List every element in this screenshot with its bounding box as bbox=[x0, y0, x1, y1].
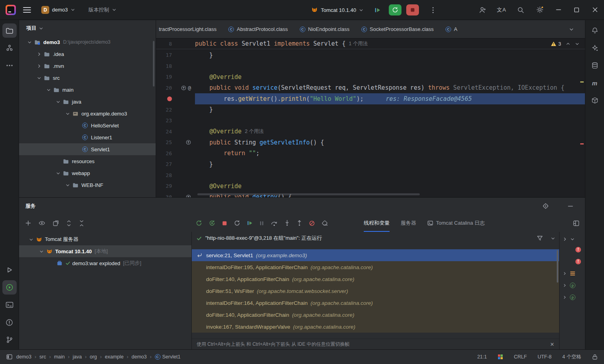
rerun-icon[interactable] bbox=[196, 220, 202, 226]
tree-chevron-icon[interactable] bbox=[25, 40, 33, 44]
settings-gear-icon[interactable] bbox=[530, 0, 549, 20]
line-number[interactable]: 26 bbox=[156, 150, 172, 156]
line-number[interactable]: 24 bbox=[156, 129, 172, 135]
search-icon[interactable] bbox=[511, 0, 530, 20]
gutter[interactable] bbox=[172, 140, 195, 145]
breadcrumb-item[interactable]: main bbox=[54, 354, 65, 360]
translate-icon[interactable]: 文A bbox=[492, 0, 511, 20]
breadcrumb-item[interactable]: org bbox=[90, 354, 97, 360]
code-text[interactable]: } bbox=[195, 159, 585, 170]
window-layout-icon[interactable] bbox=[6, 354, 12, 360]
line-number[interactable] bbox=[156, 96, 172, 101]
project-tree-item-resources[interactable]: resources bbox=[19, 155, 156, 167]
stop-icon[interactable] bbox=[222, 221, 227, 226]
mute-breakpoints-icon[interactable] bbox=[309, 220, 315, 226]
line-number[interactable]: 20 bbox=[156, 85, 172, 91]
project-scrollbar[interactable] bbox=[153, 41, 154, 87]
rerun-debug-icon[interactable] bbox=[209, 220, 215, 226]
tree-chevron-icon[interactable] bbox=[64, 112, 71, 116]
problems-toolwindow-button[interactable] bbox=[2, 315, 17, 329]
line-separator-widget[interactable]: CRLF bbox=[514, 354, 527, 360]
code-text[interactable]: public String getServletInfo() { bbox=[195, 137, 585, 148]
stack-frame[interactable]: doFilter:140, ApplicationFilterChain(org… bbox=[192, 273, 559, 285]
clear-icon[interactable] bbox=[322, 220, 328, 226]
step-out-icon[interactable] bbox=[297, 220, 302, 226]
stack-frame[interactable]: internalDoFilter:164, ApplicationFilterC… bbox=[192, 297, 559, 309]
frames-scrollbar[interactable] bbox=[557, 250, 558, 283]
rerun-button[interactable] bbox=[389, 4, 401, 15]
gutter[interactable]: @ bbox=[172, 85, 195, 91]
project-tree-item-demo3[interactable]: demo3D:\javaprojects\demo3 bbox=[19, 36, 156, 48]
error-stripe-mark[interactable] bbox=[580, 143, 584, 144]
resume-icon[interactable] bbox=[247, 220, 253, 226]
collapsed-node[interactable]: p bbox=[560, 291, 585, 303]
gutter[interactable] bbox=[172, 195, 195, 197]
breadcrumb-item[interactable]: demo3 bbox=[16, 354, 31, 360]
vcs-widget[interactable]: 版本控制 bbox=[85, 4, 120, 15]
resume-program-button[interactable] bbox=[371, 4, 384, 15]
stack-frame[interactable]: invoke:167, StandardWrapperValve(org.apa… bbox=[192, 321, 559, 333]
expand-all-icon[interactable] bbox=[66, 220, 71, 226]
breadcrumb-item[interactable]: src bbox=[39, 354, 46, 360]
hide-panel-icon[interactable] bbox=[568, 206, 573, 207]
debug-tab-服务器[interactable]: 服务器 bbox=[401, 214, 416, 232]
line-number[interactable]: 29 bbox=[156, 183, 172, 189]
project-tree-item-webapp[interactable]: webapp bbox=[19, 167, 156, 179]
encoding-widget[interactable]: UTF-8 bbox=[538, 354, 552, 360]
service-tree-item[interactable]: Tomcat 10.1.40[本地] bbox=[19, 245, 191, 257]
stack-frame[interactable]: service:21, Servlet1(org.example.demo3) bbox=[192, 249, 559, 261]
maven-icon[interactable]: m bbox=[588, 76, 602, 90]
color-grid-icon[interactable] bbox=[498, 354, 503, 360]
code-text[interactable]: @Override bbox=[195, 71, 585, 83]
breadcrumb-item[interactable]: demo3 bbox=[131, 354, 147, 360]
project-widget[interactable]: D demo3 bbox=[38, 4, 78, 16]
collapse-all-icon[interactable] bbox=[79, 220, 84, 226]
navigate-to-source-icon[interactable] bbox=[542, 203, 549, 209]
project-tree-item-main[interactable]: main bbox=[19, 84, 156, 96]
caret-position[interactable]: 21:1 bbox=[477, 354, 487, 360]
code-editor[interactable]: 8 public class Servlet1 implements Servl… bbox=[156, 39, 585, 197]
line-number[interactable]: 28 bbox=[156, 172, 172, 178]
tree-chevron-icon[interactable] bbox=[44, 88, 52, 92]
line-number[interactable]: 23 bbox=[156, 117, 172, 123]
git-toolwindow-button[interactable] bbox=[2, 333, 17, 347]
stop-button[interactable] bbox=[406, 4, 419, 15]
database-icon[interactable] bbox=[588, 58, 602, 73]
expand-column-icon[interactable] bbox=[563, 237, 567, 241]
refresh-icon[interactable] bbox=[234, 220, 240, 226]
code-text[interactable]: public void service(ServletRequest req, … bbox=[195, 83, 585, 94]
code-text[interactable] bbox=[195, 61, 585, 72]
maximize-button[interactable] bbox=[567, 0, 586, 20]
view-options-icon[interactable] bbox=[39, 220, 45, 226]
step-over-icon[interactable] bbox=[271, 220, 278, 226]
tree-chevron-icon[interactable] bbox=[35, 76, 43, 80]
layout-settings-icon[interactable] bbox=[573, 220, 579, 226]
line-number[interactable]: 17 bbox=[156, 52, 172, 58]
thread-dropdown-icon[interactable] bbox=[551, 236, 555, 241]
run-toolwindow-button[interactable] bbox=[2, 263, 17, 277]
open-in-new-tab-icon[interactable] bbox=[53, 220, 59, 226]
more-tool-windows-icon[interactable] bbox=[2, 58, 17, 73]
stack-frame[interactable]: doFilter:140, ApplicationFilterChain(org… bbox=[192, 309, 559, 321]
line-number[interactable]: 22 bbox=[156, 107, 172, 113]
error-item[interactable]: ! bbox=[560, 256, 585, 268]
collapsed-node[interactable]: p bbox=[560, 279, 585, 291]
error-item[interactable]: ! bbox=[560, 244, 585, 256]
inspections-widget[interactable]: 3 bbox=[551, 39, 579, 49]
project-tree-item--mvn[interactable]: .mvn bbox=[19, 60, 156, 72]
debug-tab-Tomcat-Catalina-日志[interactable]: Tomcat Catalina 日志 bbox=[427, 214, 485, 232]
editor-tab[interactable]: CA bbox=[440, 20, 463, 38]
tree-chevron-icon[interactable] bbox=[64, 183, 71, 187]
terminal-toolwindow-button[interactable] bbox=[2, 298, 17, 312]
project-toolwindow-button[interactable] bbox=[2, 23, 17, 38]
project-tree-item-org-example-demo3[interactable]: org.example.demo3 bbox=[19, 108, 156, 119]
line-number[interactable]: 18 bbox=[156, 63, 172, 69]
thread-status-row[interactable]: "http-nio-888-exec-9"@3,218 在组"main": 正在… bbox=[192, 232, 559, 245]
tree-chevron-icon[interactable] bbox=[27, 237, 35, 242]
stack-frame[interactable]: doFilter:51, WsFilter(org.apache.tomcat.… bbox=[192, 285, 559, 297]
project-tree-item-web-inf[interactable]: WEB-INF bbox=[19, 179, 156, 191]
code-text[interactable]: @Override bbox=[195, 181, 585, 192]
tree-chevron-icon[interactable] bbox=[35, 64, 43, 68]
code-text[interactable]: } bbox=[195, 104, 585, 116]
service-tree-item[interactable]: Tomcat 服务器 bbox=[19, 233, 191, 245]
